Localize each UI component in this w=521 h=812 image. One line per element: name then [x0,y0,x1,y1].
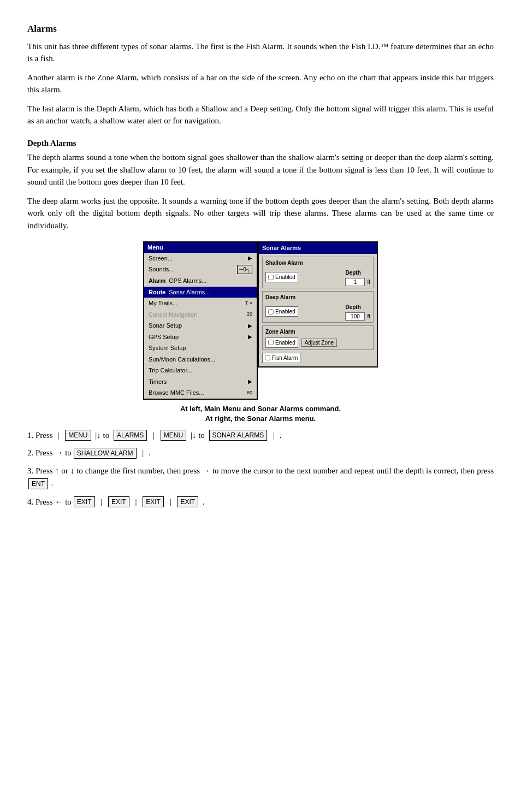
arrow-icon-sonar: ▶ [248,322,252,330]
step-2: 2. Press → to SHALLOW ALARM | . [27,447,494,459]
zone-alarm-title: Zone Alarm [265,328,370,336]
main-menu: Menu Screen... ▶ Sounds... ─0┐ Alarm GPS… [143,241,258,400]
key-enter: ENT [28,478,48,489]
shallow-alarm-title: Shallow Alarm [265,259,370,267]
zone-enabled-label[interactable]: Enabled [265,337,298,348]
menu-item-my-trails[interactable]: My Trails... T × [144,298,257,309]
menu-item-trip-calc[interactable]: Trip Calculator... [144,365,257,376]
main-menu-title: Menu [144,242,257,253]
key-exit-4: EXIT [177,496,198,507]
arrow-icon-timers: ▶ [248,377,252,386]
key-menu-2: MENU [161,430,186,441]
deep-depth-label: Depth [345,303,360,311]
deep-enabled-label[interactable]: Enabled [265,306,298,317]
key-sonar-alarms: SONAR ALARMS [209,430,268,441]
fish-alarm-label[interactable]: Fish Alarm [262,353,300,363]
intro-paragraph-3: The last alarm is the Depth Alarm, which… [27,103,494,127]
step-1: 1. Press | MENU |↓ to ALARMS | MENU |↓ t… [27,429,494,442]
menu-item-sonar-setup[interactable]: Sonar Setup ▶ [144,320,257,331]
deep-depth-input[interactable] [345,312,365,321]
depth-paragraph-1: The depth alarms sound a tone when the b… [27,151,494,188]
figure-caption: At left, Main Menu and Sonar Alarms comm… [180,404,341,424]
menus-row: Menu Screen... ▶ Sounds... ─0┐ Alarm GPS… [143,241,378,400]
step-4: 4. Press ← to EXIT | EXIT | EXIT | EXIT … [27,496,494,508]
step-3: 3. Press ↑ or ↓ to change the first numb… [27,465,494,489]
deep-alarm-title: Deep Alarm [265,293,370,301]
shallow-depth-input[interactable] [345,278,365,286]
menu-item-timers[interactable]: Timers ▶ [144,376,257,388]
menu-item-sun-moon[interactable]: Sun/Moon Calculations... [144,354,257,365]
sonar-alarms-panel: Sonar Alarms Shallow Alarm Enabled [258,241,378,368]
shallow-enabled-checkbox[interactable] [268,275,274,280]
zone-enabled-checkbox[interactable] [268,340,274,345]
deep-unit: ft [367,312,370,321]
intro-paragraph-1: This unit has three different types of s… [27,40,494,65]
page-title: Alarms [27,22,494,36]
menu-item-gps-setup[interactable]: GPS Setup ▶ [144,331,257,343]
shallow-depth-label: Depth [345,269,360,277]
depth-paragraph-2: The deep alarm works just the opposite. … [27,195,494,232]
fish-alarm-checkbox[interactable] [265,355,270,360]
menu-item-alarm-gps[interactable]: Alarm GPS Alarms... [144,275,257,287]
steps-section: 1. Press | MENU |↓ to ALARMS | MENU |↓ t… [27,429,494,508]
fish-alarm-section: Fish Alarm [262,353,374,363]
key-exit-1: EXIT [74,496,95,507]
shallow-alarm-section: Shallow Alarm Enabled Depth [262,257,374,288]
deep-alarm-section: Deep Alarm Enabled Depth [262,291,374,323]
key-shallow-alarm: SHALLOW ALARM [74,448,137,459]
key-exit-2: EXIT [108,496,129,507]
trails-icon: T × [245,300,252,307]
arrow-icon-gps: ▶ [248,333,252,341]
shallow-enabled-label[interactable]: Enabled [265,272,298,282]
depth-alarms-heading: Depth Alarms [27,137,494,150]
deep-enabled-checkbox[interactable] [268,309,274,315]
menu-item-browse-mmc[interactable]: Browse MMC Files... 60 [144,387,257,399]
shallow-unit: ft [367,278,370,286]
adjust-zone-button[interactable]: Adjust Zone [301,339,337,347]
intro-paragraph-2: Another alarm is the Zone Alarm, which c… [27,72,494,96]
zone-alarm-section: Zone Alarm Enabled Adjust Zone [262,325,374,350]
arrow-icon: ▶ [248,254,252,262]
key-exit-3: EXIT [143,496,164,507]
figure-area: Menu Screen... ▶ Sounds... ─0┐ Alarm GPS… [27,241,494,424]
menu-item-route-sonar[interactable]: Route Sonar Alarms... [144,287,257,298]
menu-item-screen[interactable]: Screen... ▶ [144,253,257,264]
key-alarms-1: ALARMS [114,430,147,441]
sonar-alarms-title: Sonar Alarms [259,242,377,254]
menu-item-sounds[interactable]: Sounds... ─0┐ [144,264,257,275]
key-menu-1: MENU [65,430,91,441]
menu-item-system-setup[interactable]: System Setup [144,342,257,354]
menu-item-cancel-nav[interactable]: Cancel Navigation 20 [144,309,257,321]
